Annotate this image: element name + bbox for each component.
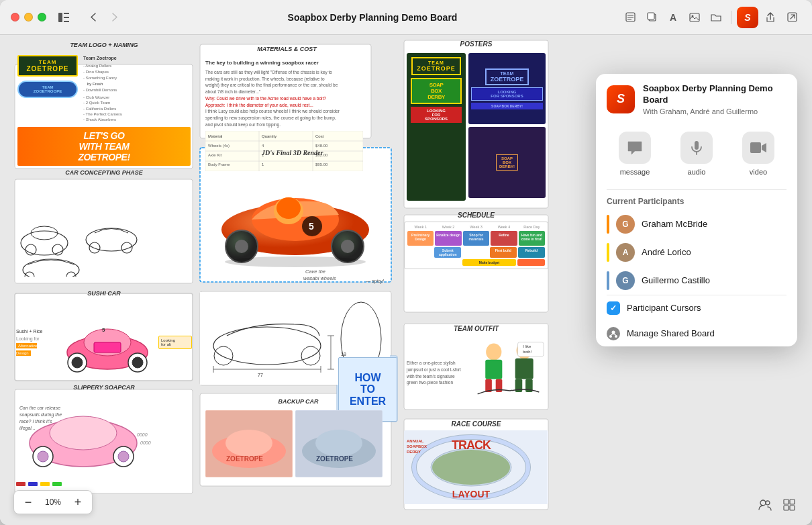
share-icon[interactable] xyxy=(761,8,780,27)
jd-render-label: JD's Final 3D Render xyxy=(262,149,323,156)
svg-text:I like: I like xyxy=(523,344,531,348)
popup-actions: message audio xyxy=(596,122,797,189)
popup-app-icon: S xyxy=(607,85,635,113)
cursors-check-icon: ✓ xyxy=(607,301,620,315)
svg-rect-136 xyxy=(790,506,795,510)
svg-point-28 xyxy=(26,244,36,255)
svg-point-26 xyxy=(21,231,68,255)
notes-icon[interactable] xyxy=(621,8,640,27)
svg-rect-43 xyxy=(94,342,121,352)
svg-point-84 xyxy=(225,256,366,267)
audio-button[interactable]: audio xyxy=(668,126,725,181)
copy-board-icon[interactable] xyxy=(642,8,661,27)
svg-point-141 xyxy=(615,335,617,338)
popup-board-title: Soapbox Derby Planning Demo Board xyxy=(643,83,786,106)
cave-wheels-note: — spicy! xyxy=(366,279,384,283)
insert-image-icon[interactable] xyxy=(685,8,704,27)
svg-text:Quantity: Quantity xyxy=(262,134,276,138)
section-sushi-car: SUSHI CAR Sushi + Rice Looking for Alter… xyxy=(13,290,195,385)
participant-guillermo: G Guillermo Castillo xyxy=(596,267,797,295)
svg-text:both!: both! xyxy=(523,350,531,354)
svg-text:5: 5 xyxy=(102,327,105,333)
collaborators-icon[interactable] xyxy=(756,495,774,514)
svg-text:Axle Kit: Axle Kit xyxy=(208,153,222,157)
svg-line-142 xyxy=(611,334,613,335)
graham-indicator xyxy=(607,215,609,234)
svg-text:5: 5 xyxy=(309,221,314,232)
back-button[interactable] xyxy=(84,8,103,27)
svg-text:ZOETROPE: ZOETROPE xyxy=(226,455,263,463)
participant-andre: A André Lorico xyxy=(596,238,797,267)
titlebar-actions: A S xyxy=(621,7,801,28)
zoom-display: 10% xyxy=(41,497,65,507)
section-slippery-soapcar: SLIPPERY SOAPCAR 0000 0000 Can the car r… xyxy=(13,384,195,489)
svg-rect-133 xyxy=(784,499,789,504)
svg-text:Material: Material xyxy=(208,134,222,138)
backup-car-section: BACKUP CAR ZOETROPE xyxy=(201,395,391,484)
svg-text:0000: 0000 xyxy=(140,440,151,445)
zoom-out-button[interactable]: − xyxy=(21,495,36,510)
svg-rect-2 xyxy=(64,17,69,18)
guillermo-indicator xyxy=(607,271,609,290)
cursors-label: Participant Cursors xyxy=(627,303,701,313)
traffic-lights xyxy=(11,13,46,21)
app-logo[interactable]: S xyxy=(737,7,758,28)
guillermo-name: Guillermo Castillo xyxy=(642,275,710,285)
text-tool-icon[interactable]: A xyxy=(664,8,682,27)
svg-rect-3 xyxy=(64,21,69,22)
grid-view-icon[interactable] xyxy=(780,495,799,514)
popup-header: S Soapbox Derby Planning Demo Board With… xyxy=(596,74,797,122)
svg-point-33 xyxy=(23,259,79,277)
manage-board-label: Manage Shared Board xyxy=(627,328,715,338)
svg-rect-134 xyxy=(790,499,795,504)
fullscreen-button[interactable] xyxy=(38,13,46,21)
sidebar-toggle-icon[interactable] xyxy=(54,8,73,27)
participants-section-title: Current Participants xyxy=(596,190,797,210)
posters-section: POSTERS TEAM ZOETROPE SOAP BOX DERBY LOO… xyxy=(404,40,548,208)
window-title: Soapbox Derby Planning Demo Board xyxy=(132,12,613,23)
svg-point-77 xyxy=(276,197,301,219)
forward-button[interactable] xyxy=(105,8,124,27)
svg-rect-111 xyxy=(485,360,502,379)
svg-text:SOAPBOX: SOAPBOX xyxy=(407,444,427,448)
svg-text:ZOETROPE: ZOETROPE xyxy=(316,455,353,463)
zoom-toolbar: − 10% + xyxy=(13,490,93,514)
svg-text:illegal...: illegal... xyxy=(19,426,36,431)
svg-point-104 xyxy=(225,430,272,457)
svg-text:77: 77 xyxy=(258,373,263,377)
andre-indicator xyxy=(607,243,609,262)
participant-cursors-option[interactable]: ✓ Participant Cursors xyxy=(596,295,797,321)
schedule-title: SCHEDULE xyxy=(404,211,548,219)
materials-title: MATERIALS & COST xyxy=(201,46,372,52)
svg-point-110 xyxy=(486,344,501,361)
3d-render-section: 5 Cave the wasabi wheels — spicy! xyxy=(201,162,389,280)
close-button[interactable] xyxy=(11,13,19,21)
svg-rect-135 xyxy=(784,506,789,510)
svg-point-47 xyxy=(38,451,48,462)
section-car-concepting: CAR CONCEPTING PHASE xyxy=(13,169,195,283)
video-icon xyxy=(742,132,774,164)
new-window-icon[interactable] xyxy=(782,8,801,27)
zoom-in-button[interactable]: + xyxy=(70,495,85,510)
schedule-section: SCHEDULE Week 1 Week 2 Week 3 Week 4 Rac… xyxy=(404,211,548,269)
manage-board-icon xyxy=(607,327,620,340)
message-button[interactable]: message xyxy=(607,126,663,181)
manage-shared-board-option[interactable]: Manage Shared Board xyxy=(596,321,797,346)
svg-point-108 xyxy=(315,430,362,457)
svg-text:wasabi wheels: wasabi wheels xyxy=(303,275,336,280)
audio-icon xyxy=(680,132,713,164)
svg-text:$48.00: $48.00 xyxy=(315,144,328,148)
folder-icon[interactable] xyxy=(707,8,725,27)
svg-text:LAYOUT: LAYOUT xyxy=(452,489,491,499)
minimize-button[interactable] xyxy=(24,13,33,21)
svg-text:DERBY: DERBY xyxy=(407,450,421,454)
canvas-area[interactable]: TEAM LOGO + NAMING TEAM ZOETROPE TEAM ZO… xyxy=(0,35,812,525)
race-course-section: RACE COURSE ANNUAL SOAPBOX DERBY TRACK xyxy=(404,420,548,509)
svg-text:race? I think it's: race? I think it's xyxy=(19,419,52,424)
svg-point-27 xyxy=(31,226,58,240)
svg-point-41 xyxy=(132,357,143,368)
svg-text:Cave the: Cave the xyxy=(305,269,325,275)
svg-point-132 xyxy=(766,501,770,505)
svg-point-34 xyxy=(25,272,34,277)
video-button[interactable]: video xyxy=(730,126,786,181)
